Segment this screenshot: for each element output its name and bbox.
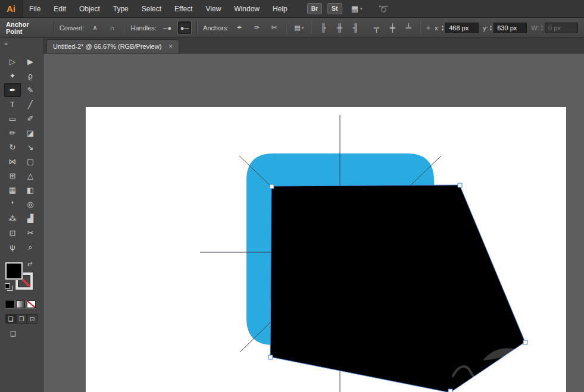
type-tool[interactable]: T <box>4 98 21 111</box>
anchor-handle-top-left[interactable] <box>270 184 274 189</box>
perspective-grid-tool[interactable]: △ <box>22 169 39 183</box>
tools-panel: « ▷ ▶ ✦ ϱ ✒ ✎ T ╱ ▭ ✐ ✏ ◪ ↻ ↘ ⋈ ▢ ⊞ △ ▦ <box>0 38 43 392</box>
slice-tool[interactable]: ✂ <box>22 226 39 240</box>
draw-behind-button[interactable]: ❐ <box>16 314 27 324</box>
blend-tool[interactable]: ◎ <box>22 197 39 211</box>
menu-help[interactable]: Help <box>266 0 294 17</box>
context-label: Anchor Point <box>6 21 46 35</box>
width-field-group: W: ▴ ▾ <box>531 23 578 33</box>
pencil-tool[interactable]: ✏ <box>4 126 21 140</box>
rectangle-tool[interactable]: ▭ <box>4 112 21 126</box>
anchor-handle-right[interactable] <box>523 340 527 344</box>
isolate-mode-button[interactable]: ▤ ▾ <box>292 21 305 34</box>
draw-inside-button[interactable]: ⊡ <box>27 314 38 324</box>
anchor-handle-bottom-left[interactable] <box>268 355 273 359</box>
anchors-label: Anchors: <box>203 24 229 32</box>
width-spinner: ▴ ▾ <box>541 24 543 32</box>
canvas-area[interactable] <box>43 54 584 392</box>
none-button[interactable] <box>27 300 36 308</box>
x-spinner[interactable]: ▴ ▾ <box>442 24 444 32</box>
menu-object[interactable]: Object <box>73 0 107 17</box>
menu-file[interactable]: File <box>23 0 47 17</box>
x-input[interactable] <box>445 23 479 33</box>
workspace-grid-icon: ▦ <box>351 4 358 13</box>
gradient-tool[interactable]: ◧ <box>22 183 39 197</box>
width-tool[interactable]: ⋈ <box>4 155 21 168</box>
column-graph-tool[interactable]: ▟ <box>22 212 39 225</box>
align-vertical-top-button[interactable]: ╤ <box>370 21 382 34</box>
illustrator-logo[interactable]: Ai <box>0 0 23 17</box>
remove-anchor-button[interactable]: ✒ <box>233 21 246 34</box>
chevron-down-icon: ▾ <box>302 26 304 30</box>
separator <box>286 21 287 34</box>
symbol-sprayer-tool[interactable]: ⁂ <box>4 212 21 225</box>
separator <box>124 21 125 34</box>
mesh-tool[interactable]: ▦ <box>4 183 21 197</box>
close-icon[interactable]: × <box>168 43 173 50</box>
shape-builder-tool[interactable]: ⊞ <box>4 169 21 183</box>
hide-handles-button[interactable]: ─● <box>161 21 174 34</box>
menu-edit[interactable]: Edit <box>47 0 73 17</box>
menu-type[interactable]: Type <box>107 0 135 17</box>
artboard-tool[interactable]: ⊡ <box>4 226 21 240</box>
paintbrush-tool[interactable]: ✐ <box>22 112 39 126</box>
scale-tool[interactable]: ↘ <box>22 140 39 154</box>
width-input <box>545 23 578 33</box>
workspace-switcher[interactable]: ▦ ▾ <box>351 4 363 13</box>
rotate-tool[interactable]: ↻ <box>4 140 21 154</box>
anchor-handle-bottom[interactable] <box>448 389 452 392</box>
direct-selection-tool[interactable]: ▷ <box>4 55 21 68</box>
x-field-group: x: ▴ ▾ <box>435 23 479 33</box>
connect-anchors-button[interactable]: ✑ <box>250 21 263 34</box>
swap-fill-stroke-icon[interactable]: ⇄ <box>27 261 32 267</box>
align-horizontal-left-button[interactable]: ╟ <box>317 21 329 34</box>
curvature-tool[interactable]: ✎ <box>22 83 39 97</box>
pen-tool[interactable]: ✒ <box>4 83 21 97</box>
eraser-tool[interactable]: ◪ <box>22 126 39 140</box>
separator <box>53 21 54 34</box>
y-spinner[interactable]: ▴ ▾ <box>490 24 492 32</box>
spinner-down-icon[interactable]: ▾ <box>490 28 492 32</box>
line-segment-tool[interactable]: ╱ <box>22 98 39 111</box>
free-transform-tool[interactable]: ▢ <box>22 155 39 168</box>
collapse-panel-icon[interactable]: « <box>0 38 43 49</box>
screen-mode-button[interactable]: ❑ <box>5 329 21 338</box>
menu-select[interactable]: Select <box>135 0 168 17</box>
canvas-scene <box>43 54 583 392</box>
align-horizontal-right-button[interactable]: ╢ <box>349 21 361 34</box>
separator <box>420 21 421 34</box>
draw-normal-button[interactable]: ❏ <box>5 314 16 324</box>
illustrator-window: Ai File Edit Object Type Select Effect V… <box>0 0 584 392</box>
spinner-down-icon[interactable]: ▾ <box>442 28 444 32</box>
anchor-handle-top-right[interactable] <box>458 183 462 187</box>
y-input[interactable] <box>494 23 527 33</box>
reference-point-icon: ⌖ <box>426 24 430 32</box>
align-vertical-bottom-button[interactable]: ╧ <box>402 21 414 34</box>
convert-to-corner-button[interactable]: ∧ <box>88 21 101 34</box>
color-button[interactable] <box>5 300 14 308</box>
fill-color-swatch[interactable] <box>5 262 23 280</box>
show-handles-button[interactable]: ●─ <box>178 21 191 34</box>
cut-path-button[interactable]: ✄ <box>267 21 280 34</box>
menu-window[interactable]: Window <box>227 0 266 17</box>
convert-to-smooth-button[interactable]: ∩ <box>105 21 118 34</box>
align-horizontal-center-button[interactable]: ╫ <box>333 21 345 34</box>
separator <box>196 21 198 34</box>
selection-tool[interactable]: ▶ <box>22 55 39 68</box>
cs-live-icon[interactable]: ➰ <box>379 4 389 14</box>
document-tab[interactable]: Untitled-2* @ 66.67% (RGB/Preview) × <box>46 39 179 53</box>
menu-view[interactable]: View <box>199 0 228 17</box>
hand-tool[interactable]: ψ <box>4 240 21 254</box>
menu-effect[interactable]: Effect <box>168 0 199 17</box>
align-vertical-middle-button[interactable]: ╪ <box>386 21 398 34</box>
default-fill-stroke-icon[interactable] <box>5 283 10 288</box>
bridge-button[interactable]: Br <box>307 3 322 14</box>
lasso-tool[interactable]: ϱ <box>22 69 39 83</box>
eyedropper-tool[interactable]: ❜ <box>4 197 21 211</box>
document-icon: ▤ <box>294 24 300 32</box>
zoom-tool[interactable]: ⌕ <box>22 240 39 254</box>
convert-label: Convert: <box>60 24 85 32</box>
gradient-button[interactable] <box>16 300 25 308</box>
stock-button[interactable]: St <box>327 3 342 14</box>
magic-wand-tool[interactable]: ✦ <box>4 69 21 83</box>
